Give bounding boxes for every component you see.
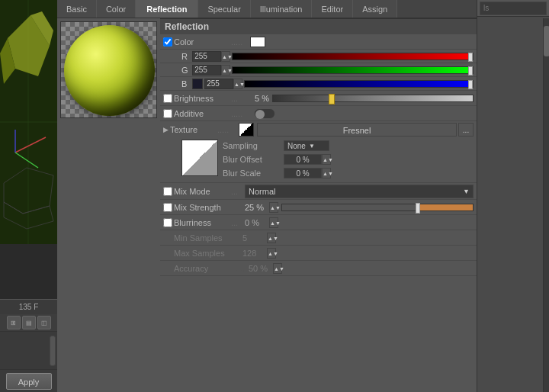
tab-basic[interactable]: Basic bbox=[57, 0, 97, 18]
left-icon-bar: ⊞ ▤ ◫ bbox=[0, 314, 57, 331]
brightness-checkbox[interactable] bbox=[163, 94, 172, 103]
channel-g-row: G ▲▼ bbox=[160, 63, 477, 77]
main-panel: Basic Color Reflection Specular Illumina… bbox=[57, 0, 477, 392]
max-samples-label: Max Samples bbox=[174, 249, 242, 258]
g-slider[interactable] bbox=[232, 66, 474, 74]
r-slider[interactable] bbox=[232, 53, 474, 60]
sampling-label: Sampling bbox=[223, 141, 284, 150]
max-samples-arrow[interactable]: ▲▼ bbox=[267, 248, 276, 259]
left-panel: 135 F ⊞ ▤ ◫ Apply bbox=[0, 0, 57, 392]
tab-editor[interactable]: Editor bbox=[312, 0, 353, 18]
additive-label: Additive bbox=[174, 109, 231, 118]
mix-strength-slider[interactable] bbox=[281, 204, 474, 211]
icon-btn-3[interactable]: ◫ bbox=[37, 316, 51, 329]
sampling-dropdown[interactable]: None ▼ bbox=[284, 140, 329, 151]
sampling-row: Sampling None ▼ bbox=[223, 140, 474, 152]
color-checkbox[interactable] bbox=[163, 37, 172, 47]
r-input[interactable] bbox=[192, 51, 221, 62]
blur-scale-arrow[interactable]: ▲▼ bbox=[322, 168, 331, 178]
mix-strength-label: Mix Strength bbox=[174, 203, 245, 212]
blurriness-label: Blurriness bbox=[174, 218, 231, 227]
b-input[interactable] bbox=[204, 79, 233, 89]
blur-offset-arrow[interactable]: ▲▼ bbox=[322, 154, 331, 165]
blurriness-value: 0 % bbox=[245, 218, 269, 227]
blur-scale-input[interactable] bbox=[284, 168, 322, 178]
mix-strength-row: Mix Strength 25 % ▲▼ bbox=[160, 200, 477, 215]
accuracy-arrow[interactable]: ▲▼ bbox=[273, 263, 282, 274]
b-slider[interactable] bbox=[244, 80, 474, 88]
additive-row: Additive ..... bbox=[160, 106, 477, 121]
tab-color[interactable]: Color bbox=[97, 0, 136, 18]
texture-large-preview bbox=[181, 140, 218, 176]
mix-mode-label: Mix Mode bbox=[174, 187, 231, 196]
dropdown-arrow-icon: ▼ bbox=[463, 188, 470, 195]
mix-mode-dropdown[interactable]: Normal ▼ bbox=[245, 185, 474, 198]
color-row: Color ..... bbox=[160, 34, 477, 50]
texture-label: Texture bbox=[170, 125, 217, 134]
g-input[interactable] bbox=[192, 65, 221, 76]
mix-strength-value: 25 % bbox=[245, 203, 269, 212]
blur-scale-row: Blur Scale ▲▼ bbox=[223, 167, 474, 179]
blur-offset-input[interactable] bbox=[284, 154, 322, 165]
blurriness-row: Blurriness ... 0 % ▲▼ bbox=[160, 215, 477, 230]
mix-strength-checkbox[interactable] bbox=[163, 203, 172, 212]
far-right-search-input[interactable] bbox=[480, 2, 547, 15]
brightness-slider[interactable] bbox=[272, 95, 474, 102]
b-mini-swatch[interactable] bbox=[192, 79, 203, 89]
texture-options-button[interactable]: ... bbox=[458, 123, 474, 137]
color-label: Color bbox=[174, 37, 231, 47]
accuracy-value: 50 % bbox=[249, 264, 273, 273]
blur-offset-row: Blur Offset ▲▼ bbox=[223, 153, 474, 165]
brightness-value: 5 % bbox=[245, 94, 269, 103]
texture-row: ▶ Texture ..... Fresnel ... bbox=[160, 121, 477, 183]
viewport-3d[interactable] bbox=[0, 0, 57, 299]
blur-scale-label: Blur Scale bbox=[223, 169, 284, 178]
far-right-panel bbox=[477, 0, 549, 392]
left-scroll bbox=[0, 331, 57, 369]
g-arrow[interactable]: ▲▼ bbox=[221, 65, 230, 76]
accuracy-label: Accuracy bbox=[174, 264, 235, 273]
min-samples-label: Min Samples bbox=[174, 233, 242, 243]
tab-assign[interactable]: Assign bbox=[353, 0, 397, 18]
channel-r-row: R ▲▼ bbox=[160, 50, 477, 63]
mix-mode-checkbox[interactable] bbox=[163, 187, 172, 196]
sphere-icon bbox=[64, 25, 155, 116]
section-header: Reflection bbox=[160, 18, 477, 34]
additive-checkbox[interactable] bbox=[163, 109, 172, 118]
min-samples-value: 5 bbox=[242, 233, 267, 243]
accuracy-row: Accuracy .... 50 % ▲▼ bbox=[160, 261, 477, 276]
sphere-preview bbox=[60, 21, 157, 118]
min-samples-row: Min Samples 5 ▲▼ bbox=[160, 230, 477, 246]
tab-reflection[interactable]: Reflection bbox=[136, 0, 198, 18]
tab-illumination[interactable]: Illumination bbox=[251, 0, 313, 18]
color-swatch[interactable] bbox=[250, 37, 265, 47]
icon-btn-1[interactable]: ⊞ bbox=[7, 316, 21, 329]
max-samples-row: Max Samples 128 ▲▼ bbox=[160, 246, 477, 261]
mix-strength-arrow[interactable]: ▲▼ bbox=[269, 202, 278, 213]
b-arrow[interactable]: ▲▼ bbox=[233, 79, 242, 89]
channel-b-row: B ▲▼ bbox=[160, 77, 477, 91]
mix-mode-row: Mix Mode ... Normal ▼ bbox=[160, 183, 477, 200]
r-arrow[interactable]: ▲▼ bbox=[221, 51, 230, 62]
texture-preview-mini bbox=[239, 123, 254, 137]
brightness-row: Brightness ... 5 % bbox=[160, 91, 477, 106]
brightness-label: Brightness bbox=[174, 94, 231, 103]
r-label: R bbox=[181, 52, 192, 61]
blurriness-arrow[interactable]: ▲▼ bbox=[269, 217, 278, 228]
min-samples-arrow[interactable]: ▲▼ bbox=[267, 233, 276, 243]
additive-toggle[interactable] bbox=[254, 108, 275, 119]
tab-specular[interactable]: Specular bbox=[198, 0, 250, 18]
g-label: G bbox=[181, 66, 192, 75]
preview-area bbox=[57, 18, 160, 392]
fresnel-button[interactable]: Fresnel bbox=[257, 123, 457, 137]
icon-btn-2[interactable]: ▤ bbox=[22, 316, 36, 329]
b-label: B bbox=[181, 79, 192, 88]
blur-offset-label: Blur Offset bbox=[223, 155, 284, 164]
blurriness-checkbox[interactable] bbox=[163, 218, 172, 227]
apply-button[interactable]: Apply bbox=[0, 369, 57, 392]
properties-panel: Reflection Color ..... R ▲▼ bbox=[160, 18, 477, 392]
far-right-scrollbar[interactable] bbox=[543, 18, 549, 392]
temp-display: 135 F bbox=[0, 299, 57, 314]
tab-bar: Basic Color Reflection Specular Illumina… bbox=[57, 0, 477, 18]
triangle-icon: ▶ bbox=[163, 126, 169, 133]
